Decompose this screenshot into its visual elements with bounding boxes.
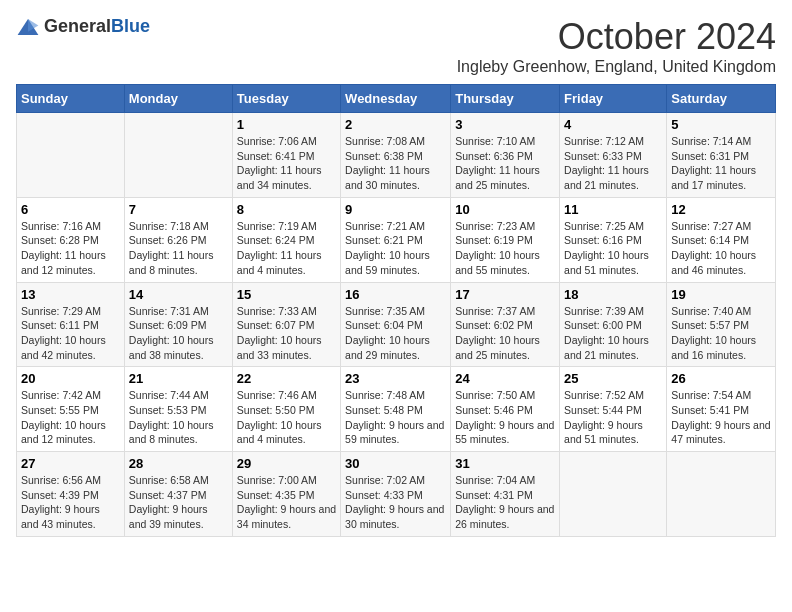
header-monday: Monday <box>124 85 232 113</box>
calendar-cell: 14Sunrise: 7:31 AM Sunset: 6:09 PM Dayli… <box>124 282 232 367</box>
day-info: Sunrise: 7:19 AM Sunset: 6:24 PM Dayligh… <box>237 219 336 278</box>
day-number: 20 <box>21 371 120 386</box>
calendar-cell: 17Sunrise: 7:37 AM Sunset: 6:02 PM Dayli… <box>451 282 560 367</box>
day-info: Sunrise: 7:54 AM Sunset: 5:41 PM Dayligh… <box>671 388 771 447</box>
day-number: 7 <box>129 202 228 217</box>
day-info: Sunrise: 7:23 AM Sunset: 6:19 PM Dayligh… <box>455 219 555 278</box>
page-header: GeneralBlue October 2024 Ingleby Greenho… <box>16 16 776 76</box>
logo-text-general: General <box>44 16 111 36</box>
day-info: Sunrise: 6:56 AM Sunset: 4:39 PM Dayligh… <box>21 473 120 532</box>
day-number: 30 <box>345 456 446 471</box>
calendar-cell: 30Sunrise: 7:02 AM Sunset: 4:33 PM Dayli… <box>341 452 451 537</box>
day-number: 31 <box>455 456 555 471</box>
day-number: 29 <box>237 456 336 471</box>
day-number: 9 <box>345 202 446 217</box>
day-number: 14 <box>129 287 228 302</box>
calendar-cell: 29Sunrise: 7:00 AM Sunset: 4:35 PM Dayli… <box>232 452 340 537</box>
day-info: Sunrise: 7:08 AM Sunset: 6:38 PM Dayligh… <box>345 134 446 193</box>
calendar-cell: 18Sunrise: 7:39 AM Sunset: 6:00 PM Dayli… <box>560 282 667 367</box>
day-info: Sunrise: 7:35 AM Sunset: 6:04 PM Dayligh… <box>345 304 446 363</box>
calendar-cell: 10Sunrise: 7:23 AM Sunset: 6:19 PM Dayli… <box>451 197 560 282</box>
day-number: 19 <box>671 287 771 302</box>
month-title: October 2024 <box>457 16 776 58</box>
day-info: Sunrise: 7:25 AM Sunset: 6:16 PM Dayligh… <box>564 219 662 278</box>
calendar-cell: 28Sunrise: 6:58 AM Sunset: 4:37 PM Dayli… <box>124 452 232 537</box>
calendar-cell: 8Sunrise: 7:19 AM Sunset: 6:24 PM Daylig… <box>232 197 340 282</box>
day-number: 8 <box>237 202 336 217</box>
calendar-cell <box>17 113 125 198</box>
day-info: Sunrise: 7:21 AM Sunset: 6:21 PM Dayligh… <box>345 219 446 278</box>
day-info: Sunrise: 7:12 AM Sunset: 6:33 PM Dayligh… <box>564 134 662 193</box>
day-number: 6 <box>21 202 120 217</box>
day-number: 25 <box>564 371 662 386</box>
calendar-cell: 26Sunrise: 7:54 AM Sunset: 5:41 PM Dayli… <box>667 367 776 452</box>
day-info: Sunrise: 7:46 AM Sunset: 5:50 PM Dayligh… <box>237 388 336 447</box>
day-info: Sunrise: 7:50 AM Sunset: 5:46 PM Dayligh… <box>455 388 555 447</box>
calendar-cell: 4Sunrise: 7:12 AM Sunset: 6:33 PM Daylig… <box>560 113 667 198</box>
header-sunday: Sunday <box>17 85 125 113</box>
day-number: 12 <box>671 202 771 217</box>
day-number: 16 <box>345 287 446 302</box>
day-number: 1 <box>237 117 336 132</box>
day-info: Sunrise: 7:06 AM Sunset: 6:41 PM Dayligh… <box>237 134 336 193</box>
day-number: 22 <box>237 371 336 386</box>
calendar-cell: 6Sunrise: 7:16 AM Sunset: 6:28 PM Daylig… <box>17 197 125 282</box>
day-number: 10 <box>455 202 555 217</box>
header-saturday: Saturday <box>667 85 776 113</box>
calendar-cell: 25Sunrise: 7:52 AM Sunset: 5:44 PM Dayli… <box>560 367 667 452</box>
calendar-cell: 12Sunrise: 7:27 AM Sunset: 6:14 PM Dayli… <box>667 197 776 282</box>
calendar-cell: 21Sunrise: 7:44 AM Sunset: 5:53 PM Dayli… <box>124 367 232 452</box>
calendar-week-3: 13Sunrise: 7:29 AM Sunset: 6:11 PM Dayli… <box>17 282 776 367</box>
calendar-week-4: 20Sunrise: 7:42 AM Sunset: 5:55 PM Dayli… <box>17 367 776 452</box>
calendar-cell: 13Sunrise: 7:29 AM Sunset: 6:11 PM Dayli… <box>17 282 125 367</box>
day-info: Sunrise: 7:40 AM Sunset: 5:57 PM Dayligh… <box>671 304 771 363</box>
day-info: Sunrise: 7:10 AM Sunset: 6:36 PM Dayligh… <box>455 134 555 193</box>
logo: GeneralBlue <box>16 16 150 37</box>
calendar-cell: 9Sunrise: 7:21 AM Sunset: 6:21 PM Daylig… <box>341 197 451 282</box>
calendar-cell: 27Sunrise: 6:56 AM Sunset: 4:39 PM Dayli… <box>17 452 125 537</box>
calendar-cell: 2Sunrise: 7:08 AM Sunset: 6:38 PM Daylig… <box>341 113 451 198</box>
day-number: 28 <box>129 456 228 471</box>
day-info: Sunrise: 7:29 AM Sunset: 6:11 PM Dayligh… <box>21 304 120 363</box>
day-number: 23 <box>345 371 446 386</box>
day-number: 2 <box>345 117 446 132</box>
title-section: October 2024 Ingleby Greenhow, England, … <box>457 16 776 76</box>
header-tuesday: Tuesday <box>232 85 340 113</box>
day-number: 3 <box>455 117 555 132</box>
day-number: 4 <box>564 117 662 132</box>
day-info: Sunrise: 7:00 AM Sunset: 4:35 PM Dayligh… <box>237 473 336 532</box>
day-number: 15 <box>237 287 336 302</box>
day-info: Sunrise: 7:16 AM Sunset: 6:28 PM Dayligh… <box>21 219 120 278</box>
location-title: Ingleby Greenhow, England, United Kingdo… <box>457 58 776 76</box>
day-info: Sunrise: 7:18 AM Sunset: 6:26 PM Dayligh… <box>129 219 228 278</box>
day-info: Sunrise: 7:39 AM Sunset: 6:00 PM Dayligh… <box>564 304 662 363</box>
day-info: Sunrise: 7:33 AM Sunset: 6:07 PM Dayligh… <box>237 304 336 363</box>
header-thursday: Thursday <box>451 85 560 113</box>
calendar-cell: 11Sunrise: 7:25 AM Sunset: 6:16 PM Dayli… <box>560 197 667 282</box>
day-info: Sunrise: 7:37 AM Sunset: 6:02 PM Dayligh… <box>455 304 555 363</box>
calendar-table: SundayMondayTuesdayWednesdayThursdayFrid… <box>16 84 776 537</box>
header-wednesday: Wednesday <box>341 85 451 113</box>
day-info: Sunrise: 7:04 AM Sunset: 4:31 PM Dayligh… <box>455 473 555 532</box>
day-number: 17 <box>455 287 555 302</box>
calendar-cell: 19Sunrise: 7:40 AM Sunset: 5:57 PM Dayli… <box>667 282 776 367</box>
calendar-cell: 5Sunrise: 7:14 AM Sunset: 6:31 PM Daylig… <box>667 113 776 198</box>
day-number: 13 <box>21 287 120 302</box>
day-info: Sunrise: 7:14 AM Sunset: 6:31 PM Dayligh… <box>671 134 771 193</box>
day-number: 5 <box>671 117 771 132</box>
day-info: Sunrise: 6:58 AM Sunset: 4:37 PM Dayligh… <box>129 473 228 532</box>
calendar-cell: 23Sunrise: 7:48 AM Sunset: 5:48 PM Dayli… <box>341 367 451 452</box>
calendar-cell: 15Sunrise: 7:33 AM Sunset: 6:07 PM Dayli… <box>232 282 340 367</box>
calendar-cell: 24Sunrise: 7:50 AM Sunset: 5:46 PM Dayli… <box>451 367 560 452</box>
day-number: 18 <box>564 287 662 302</box>
logo-text-blue: Blue <box>111 16 150 36</box>
day-info: Sunrise: 7:02 AM Sunset: 4:33 PM Dayligh… <box>345 473 446 532</box>
calendar-cell: 22Sunrise: 7:46 AM Sunset: 5:50 PM Dayli… <box>232 367 340 452</box>
day-number: 26 <box>671 371 771 386</box>
header-row: SundayMondayTuesdayWednesdayThursdayFrid… <box>17 85 776 113</box>
day-number: 27 <box>21 456 120 471</box>
calendar-cell: 3Sunrise: 7:10 AM Sunset: 6:36 PM Daylig… <box>451 113 560 198</box>
day-number: 21 <box>129 371 228 386</box>
calendar-cell <box>560 452 667 537</box>
day-number: 24 <box>455 371 555 386</box>
